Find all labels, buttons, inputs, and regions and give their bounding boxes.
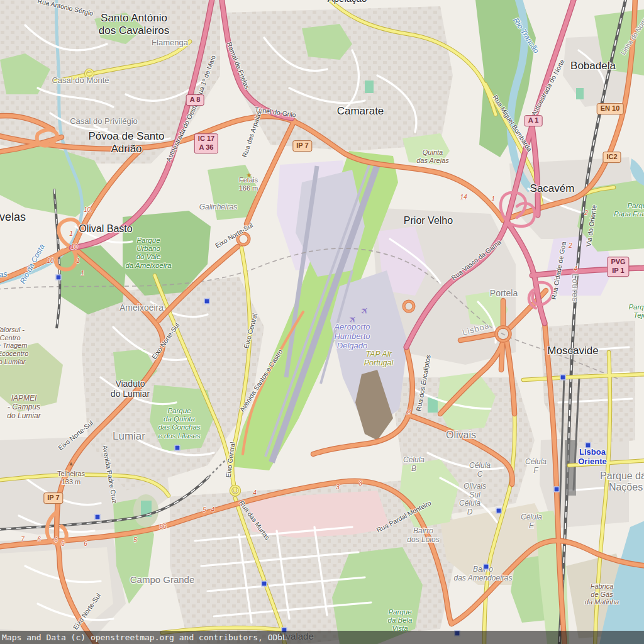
exit-number: 3 bbox=[358, 480, 362, 487]
station-icon bbox=[586, 443, 591, 448]
map-label: Telheiras 133 m bbox=[57, 470, 85, 486]
map-label: Avenida Santos e Castro bbox=[238, 348, 284, 413]
road-shield: EN 10 bbox=[597, 103, 624, 114]
map-label: Parque da Bela Vista bbox=[387, 608, 412, 633]
exit-number: 6 bbox=[61, 540, 65, 547]
map-label: Galinheiras bbox=[199, 203, 238, 212]
exit-number: 10. bbox=[84, 206, 92, 213]
map-label: Quinta das Areias bbox=[416, 148, 449, 164]
map-label: Célula F bbox=[525, 458, 547, 475]
map-label: Rua Vasco da Gama bbox=[450, 238, 502, 281]
station-icon bbox=[175, 445, 180, 451]
map-label: Linha do Norte bbox=[619, 16, 644, 56]
map-label: Célula D bbox=[459, 499, 480, 517]
map-label: Rua das Murtas bbox=[238, 499, 271, 541]
map-label: Célula B bbox=[403, 456, 425, 474]
map-label: Parque Papa Francisco bbox=[614, 202, 644, 218]
station-icon bbox=[262, 581, 267, 587]
map-label: Avenida Padre Cruz bbox=[101, 445, 119, 504]
map-label: Valorsul - Centro de Triagem e Ecocentro… bbox=[0, 326, 28, 365]
map-label: Autoestrada do Oeste bbox=[164, 101, 199, 162]
map-label: Moscavide bbox=[547, 345, 598, 357]
exit-number: 2 bbox=[407, 409, 411, 416]
road-shield: A 1 bbox=[525, 115, 543, 126]
road-shield: IC2 bbox=[602, 152, 621, 163]
exit-number: 4 bbox=[574, 265, 577, 272]
road-shield: IC 17 A 36 bbox=[194, 133, 218, 153]
map-label: Rua 1º de Maio bbox=[194, 54, 217, 99]
exit-number: 4 bbox=[253, 489, 257, 496]
map-label: Célula E bbox=[521, 513, 542, 531]
map-label: Parque Tejo bbox=[628, 303, 644, 319]
road-shield: IP 7 bbox=[43, 492, 63, 504]
map-label: Rua Cidade de Goa bbox=[550, 241, 567, 300]
exit-number: 6 bbox=[54, 536, 58, 543]
exit-number: 10 bbox=[47, 257, 53, 264]
exit-number: 56 bbox=[159, 523, 166, 530]
exit-number: 5 bbox=[133, 536, 137, 543]
map-label: Eixo Norte-Sul bbox=[150, 321, 181, 360]
map-label: Rio da Costa bbox=[19, 243, 47, 286]
road-shield: PVG IP 1 bbox=[607, 257, 629, 277]
exit-number: 1 bbox=[69, 230, 73, 237]
station-icon bbox=[554, 487, 560, 492]
map-label: Parque das Nações bbox=[600, 470, 644, 494]
map-label: Autoestrada do Norte bbox=[530, 58, 566, 117]
exit-number: 3 bbox=[336, 484, 340, 491]
map-label: Parque Urbano do Vale da Ameixoeira bbox=[125, 236, 171, 270]
map-labels-layer: Santo António dos CavaleirosPóvoa de San… bbox=[0, 0, 644, 644]
map-label: Prior Velho bbox=[404, 215, 453, 226]
map-label: Campo Grande bbox=[130, 574, 195, 585]
map-label: Lisboa Oriente bbox=[578, 448, 607, 467]
peak-icon: ★ bbox=[247, 172, 252, 179]
map-label: Sacavém bbox=[530, 182, 575, 195]
map-label: Lumiar bbox=[113, 430, 145, 443]
map-label: Aeroporto Humberto Delgado bbox=[334, 323, 370, 351]
map-label: Rua das Arpalas bbox=[240, 109, 262, 158]
attribution-text: Maps and Data (c) openstreetmap.org and … bbox=[2, 633, 287, 642]
map-label: Viaduto do Lumiar bbox=[111, 379, 150, 399]
station-icon bbox=[496, 508, 502, 514]
exit-number: 2 bbox=[569, 242, 572, 249]
map-label: Rua Pardal Monteiro bbox=[375, 499, 433, 534]
map-viewport[interactable]: Santo António dos CavaleirosPóvoa de San… bbox=[0, 0, 644, 644]
map-label: Eixo Central bbox=[225, 441, 236, 478]
map-label: Túnel do Grilo bbox=[255, 105, 297, 118]
map-label: Apelação bbox=[328, 0, 367, 4]
map-label: Portela bbox=[490, 288, 518, 298]
map-label: Lisboa bbox=[462, 321, 491, 338]
map-label: Odivelas bbox=[0, 211, 26, 224]
airplane-icon: ✈ bbox=[358, 304, 372, 318]
map-label: Eixo Norte-Sul bbox=[57, 419, 94, 452]
map-label: as bbox=[0, 270, 8, 279]
map-label: Bairro dos Lóios bbox=[407, 527, 439, 545]
map-label: Camarate bbox=[337, 105, 384, 118]
exit-number: 7 bbox=[21, 536, 25, 543]
exit-number: 4 bbox=[211, 506, 214, 513]
map-label: Casal do Privilégio bbox=[70, 117, 138, 126]
station-icon bbox=[95, 514, 101, 520]
map-label: Fetais 166 m bbox=[239, 176, 258, 192]
map-label: Eixo Norte-Sul bbox=[214, 221, 254, 249]
map-label: Via do Oriente bbox=[584, 204, 597, 247]
station-icon bbox=[560, 375, 566, 380]
exit-number: 6 bbox=[84, 540, 87, 547]
map-label: Rio Trancão bbox=[511, 16, 541, 55]
airplane-icon: ✈ bbox=[346, 313, 360, 326]
map-label: Parque da Quinta das Conchas e dos Lilas… bbox=[158, 407, 200, 440]
map-label: Póvoa de Santo Adrião bbox=[89, 130, 165, 155]
map-label: Rua António Sérgio bbox=[37, 0, 94, 17]
map-label: Fábrica de Gás da Matinha bbox=[585, 582, 619, 606]
map-label: Eixo Norte-Sul bbox=[72, 592, 103, 631]
map-label: Flamenga bbox=[152, 38, 188, 48]
map-label: Bobadela bbox=[570, 60, 616, 72]
station-icon bbox=[484, 564, 489, 570]
exit-number: 6 bbox=[37, 536, 41, 543]
map-label: Ameixoeira bbox=[119, 303, 164, 313]
map-label: IAPMEI - Campus do Lumiar bbox=[7, 394, 40, 420]
map-label: Ramal de Frielas bbox=[226, 41, 252, 90]
exit-number: 14 bbox=[460, 194, 467, 201]
map-label: Santo António dos Cavaleiros bbox=[99, 12, 169, 36]
map-label: Casal do Monte bbox=[52, 76, 109, 86]
exit-number: 2 bbox=[584, 209, 588, 216]
